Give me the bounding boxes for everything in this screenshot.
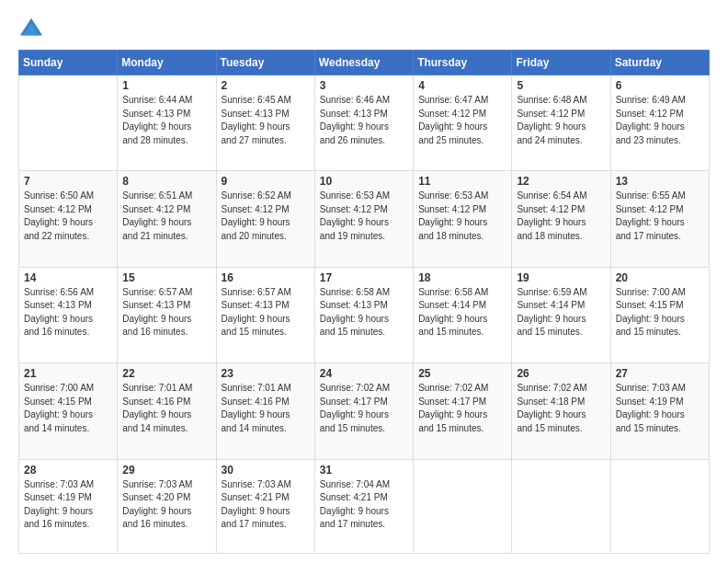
calendar-cell: 30Sunrise: 7:03 AM Sunset: 4:21 PM Dayli… <box>216 459 314 553</box>
calendar-cell: 12Sunrise: 6:54 AM Sunset: 4:12 PM Dayli… <box>512 171 610 267</box>
calendar-header-monday: Monday <box>118 51 216 75</box>
calendar-cell: 1Sunrise: 6:44 AM Sunset: 4:13 PM Daylig… <box>118 75 216 171</box>
calendar-cell <box>19 75 118 171</box>
day-info: Sunrise: 7:02 AM Sunset: 4:18 PM Dayligh… <box>517 382 605 435</box>
day-number: 28 <box>24 464 112 477</box>
calendar-cell: 23Sunrise: 7:01 AM Sunset: 4:16 PM Dayli… <box>216 363 314 459</box>
day-info: Sunrise: 6:57 AM Sunset: 4:13 PM Dayligh… <box>222 286 310 339</box>
day-info: Sunrise: 6:56 AM Sunset: 4:13 PM Dayligh… <box>24 286 112 339</box>
day-number: 24 <box>320 367 408 380</box>
day-number: 25 <box>418 367 506 380</box>
day-info: Sunrise: 7:02 AM Sunset: 4:17 PM Dayligh… <box>418 382 506 435</box>
day-number: 7 <box>24 175 112 188</box>
day-info: Sunrise: 6:58 AM Sunset: 4:13 PM Dayligh… <box>320 286 408 339</box>
calendar-cell <box>414 459 512 553</box>
day-number: 3 <box>320 79 408 92</box>
day-info: Sunrise: 6:51 AM Sunset: 4:12 PM Dayligh… <box>122 190 210 243</box>
calendar-cell: 27Sunrise: 7:03 AM Sunset: 4:19 PM Dayli… <box>610 363 709 459</box>
calendar-cell: 28Sunrise: 7:03 AM Sunset: 4:19 PM Dayli… <box>19 459 118 553</box>
day-info: Sunrise: 6:49 AM Sunset: 4:12 PM Dayligh… <box>616 94 704 147</box>
day-number: 13 <box>616 175 704 188</box>
calendar-header-row: SundayMondayTuesdayWednesdayThursdayFrid… <box>19 51 710 75</box>
day-info: Sunrise: 6:52 AM Sunset: 4:12 PM Dayligh… <box>222 190 310 243</box>
logo-icon <box>18 17 44 42</box>
day-info: Sunrise: 6:59 AM Sunset: 4:14 PM Dayligh… <box>517 286 605 339</box>
calendar-cell: 31Sunrise: 7:04 AM Sunset: 4:21 PM Dayli… <box>314 459 413 553</box>
day-number: 9 <box>222 175 310 188</box>
calendar-week-row: 21Sunrise: 7:00 AM Sunset: 4:15 PM Dayli… <box>19 363 710 459</box>
day-number: 31 <box>320 464 408 477</box>
day-number: 21 <box>24 367 112 380</box>
day-number: 26 <box>517 367 605 380</box>
calendar-cell: 9Sunrise: 6:52 AM Sunset: 4:12 PM Daylig… <box>216 171 314 267</box>
day-number: 5 <box>517 79 605 92</box>
day-number: 10 <box>320 175 408 188</box>
calendar-cell: 24Sunrise: 7:02 AM Sunset: 4:17 PM Dayli… <box>314 363 413 459</box>
calendar-header-thursday: Thursday <box>414 51 512 75</box>
day-info: Sunrise: 7:03 AM Sunset: 4:19 PM Dayligh… <box>616 382 704 435</box>
day-info: Sunrise: 7:03 AM Sunset: 4:19 PM Dayligh… <box>24 478 112 532</box>
day-info: Sunrise: 6:44 AM Sunset: 4:13 PM Dayligh… <box>122 94 210 147</box>
calendar-cell: 10Sunrise: 6:53 AM Sunset: 4:12 PM Dayli… <box>314 171 413 267</box>
day-info: Sunrise: 7:04 AM Sunset: 4:21 PM Dayligh… <box>320 478 408 532</box>
calendar-cell: 16Sunrise: 6:57 AM Sunset: 4:13 PM Dayli… <box>216 267 314 362</box>
calendar-cell: 3Sunrise: 6:46 AM Sunset: 4:13 PM Daylig… <box>314 75 413 171</box>
day-number: 23 <box>222 367 310 380</box>
day-number: 15 <box>122 271 210 284</box>
day-info: Sunrise: 7:03 AM Sunset: 4:20 PM Dayligh… <box>122 478 210 532</box>
day-number: 27 <box>616 367 704 380</box>
calendar-week-row: 1Sunrise: 6:44 AM Sunset: 4:13 PM Daylig… <box>19 75 710 171</box>
day-info: Sunrise: 7:03 AM Sunset: 4:21 PM Dayligh… <box>222 478 310 532</box>
day-info: Sunrise: 6:47 AM Sunset: 4:12 PM Dayligh… <box>418 94 506 147</box>
calendar-week-row: 7Sunrise: 6:50 AM Sunset: 4:12 PM Daylig… <box>19 171 710 267</box>
calendar-cell: 13Sunrise: 6:55 AM Sunset: 4:12 PM Dayli… <box>610 171 709 267</box>
calendar-week-row: 14Sunrise: 6:56 AM Sunset: 4:13 PM Dayli… <box>19 267 710 362</box>
page: SundayMondayTuesdayWednesdayThursdayFrid… <box>0 0 728 563</box>
day-number: 11 <box>418 175 506 188</box>
day-info: Sunrise: 7:01 AM Sunset: 4:16 PM Dayligh… <box>222 382 310 435</box>
day-info: Sunrise: 6:50 AM Sunset: 4:12 PM Dayligh… <box>24 190 112 243</box>
calendar-header-friday: Friday <box>512 51 610 75</box>
calendar-cell: 29Sunrise: 7:03 AM Sunset: 4:20 PM Dayli… <box>118 459 216 553</box>
calendar-cell: 5Sunrise: 6:48 AM Sunset: 4:12 PM Daylig… <box>512 75 610 171</box>
day-number: 22 <box>122 367 210 380</box>
calendar-table: SundayMondayTuesdayWednesdayThursdayFrid… <box>18 50 710 554</box>
day-number: 29 <box>122 464 210 477</box>
day-info: Sunrise: 6:48 AM Sunset: 4:12 PM Dayligh… <box>517 94 605 147</box>
day-info: Sunrise: 6:58 AM Sunset: 4:14 PM Dayligh… <box>418 286 506 339</box>
day-number: 16 <box>222 271 310 284</box>
day-number: 4 <box>418 79 506 92</box>
calendar-cell: 25Sunrise: 7:02 AM Sunset: 4:17 PM Dayli… <box>414 363 512 459</box>
day-info: Sunrise: 6:46 AM Sunset: 4:13 PM Dayligh… <box>320 94 408 147</box>
calendar-cell: 20Sunrise: 7:00 AM Sunset: 4:15 PM Dayli… <box>610 267 709 362</box>
calendar-cell: 15Sunrise: 6:57 AM Sunset: 4:13 PM Dayli… <box>118 267 216 362</box>
calendar-cell: 11Sunrise: 6:53 AM Sunset: 4:12 PM Dayli… <box>414 171 512 267</box>
calendar-cell: 7Sunrise: 6:50 AM Sunset: 4:12 PM Daylig… <box>19 171 118 267</box>
day-number: 6 <box>616 79 704 92</box>
day-number: 1 <box>122 79 210 92</box>
calendar-header-sunday: Sunday <box>19 51 118 75</box>
day-number: 19 <box>517 271 605 284</box>
day-info: Sunrise: 7:02 AM Sunset: 4:17 PM Dayligh… <box>320 382 408 435</box>
calendar-cell: 14Sunrise: 6:56 AM Sunset: 4:13 PM Dayli… <box>19 267 118 362</box>
calendar-week-row: 28Sunrise: 7:03 AM Sunset: 4:19 PM Dayli… <box>19 459 710 553</box>
day-number: 14 <box>24 271 112 284</box>
day-info: Sunrise: 6:45 AM Sunset: 4:13 PM Dayligh… <box>222 94 310 147</box>
day-info: Sunrise: 7:01 AM Sunset: 4:16 PM Dayligh… <box>122 382 210 435</box>
calendar-cell: 8Sunrise: 6:51 AM Sunset: 4:12 PM Daylig… <box>118 171 216 267</box>
day-number: 12 <box>517 175 605 188</box>
calendar-cell <box>512 459 610 553</box>
day-info: Sunrise: 6:57 AM Sunset: 4:13 PM Dayligh… <box>122 286 210 339</box>
calendar-cell: 17Sunrise: 6:58 AM Sunset: 4:13 PM Dayli… <box>314 267 413 362</box>
day-info: Sunrise: 6:55 AM Sunset: 4:12 PM Dayligh… <box>616 190 704 243</box>
day-info: Sunrise: 7:00 AM Sunset: 4:15 PM Dayligh… <box>24 382 112 435</box>
day-number: 20 <box>616 271 704 284</box>
calendar-cell: 19Sunrise: 6:59 AM Sunset: 4:14 PM Dayli… <box>512 267 610 362</box>
day-number: 30 <box>222 464 310 477</box>
calendar-cell: 22Sunrise: 7:01 AM Sunset: 4:16 PM Dayli… <box>118 363 216 459</box>
day-number: 18 <box>418 271 506 284</box>
day-info: Sunrise: 6:54 AM Sunset: 4:12 PM Dayligh… <box>517 190 605 243</box>
day-info: Sunrise: 6:53 AM Sunset: 4:12 PM Dayligh… <box>320 190 408 243</box>
header <box>18 17 710 42</box>
logo <box>18 17 48 42</box>
